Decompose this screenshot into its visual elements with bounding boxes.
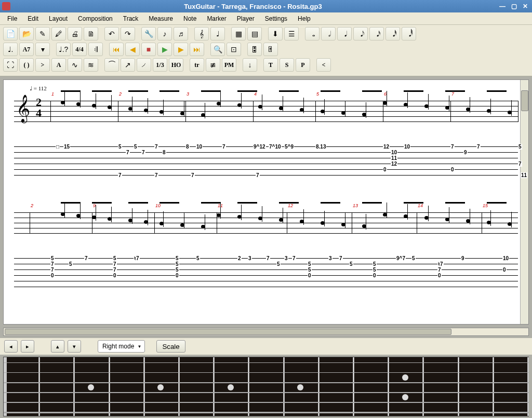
menu-settings[interactable]: Settings [260,14,292,23]
minimize-button[interactable]: — [498,2,507,11]
next-icon[interactable]: ▶ [174,43,188,56]
clef-icon[interactable]: 𝄞 [194,27,209,41]
prev-icon[interactable]: ◀ [125,43,140,56]
vibrato2-icon[interactable]: ≋ [84,58,98,72]
sixtyfourth-note-icon[interactable]: 𝅘𝅥𝅱 [402,27,416,41]
menu-track[interactable]: Track [118,14,144,23]
save-as-icon[interactable]: 🖉 [51,27,66,41]
marker-add-icon[interactable]: ⬇ [268,27,283,41]
menu-measure[interactable]: Measure [143,14,178,23]
hammer-icon[interactable]: HO [169,58,183,72]
new-file-icon[interactable]: 📄 [3,27,18,41]
vertical-scrollbar[interactable] [520,80,528,324]
vibrato-icon[interactable]: ∿ [68,58,82,72]
tuplet-icon[interactable]: 1/3 [153,58,167,72]
tie-icon[interactable]: ⁀ [104,58,119,72]
arrow-right-button[interactable]: ▸ [21,340,34,353]
last-icon[interactable]: ⏭ [190,43,204,56]
zoom-fit-icon[interactable]: ⊡ [227,43,241,56]
view1-icon[interactable]: ▦ [231,27,246,41]
menu-edit[interactable]: Edit [22,14,44,23]
bend-icon[interactable]: ↗ [121,58,135,72]
stem [111,95,112,111]
half-note-icon[interactable]: 𝅗𝅥 [321,27,336,41]
chord-name-icon[interactable]: A7 [19,43,34,56]
score-area[interactable]: ♩ = 112 𝄞 2 4 1234567 □1557577881079^127… [3,79,529,325]
tab-number: 5 [373,261,377,267]
fretboard[interactable] [3,357,529,416]
hscroll-thumb[interactable] [5,329,451,335]
tab-number: 5 [373,267,377,273]
whole-note-icon[interactable]: 𝅝 [305,27,320,41]
palm-mute-icon[interactable]: PM [222,58,236,72]
scale-button[interactable]: Scale [156,340,185,353]
menu-help[interactable]: Help [292,14,316,23]
mixer-icon[interactable]: 🎛 [247,43,262,56]
horizontal-scrollbar[interactable] [3,328,529,336]
stem [241,205,242,220]
sixteenth-note-icon[interactable]: 𝅘𝅥𝅯 [369,27,384,41]
tremolo-icon[interactable]: ≢ [206,58,220,72]
slide-icon[interactable]: ⟋ [137,58,151,72]
arrow-down-button[interactable]: ▾ [68,340,81,353]
barline [253,101,254,122]
trill-icon[interactable]: tr [190,58,204,72]
stem [96,93,96,109]
dropdown-icon[interactable]: ▾ [35,43,50,56]
mode-select[interactable]: Right mode [98,340,145,353]
voice1-icon[interactable]: ♪ [157,27,172,41]
fret [73,357,75,416]
save-icon[interactable]: ✎ [35,27,50,41]
voice2-icon[interactable]: ♬ [174,27,188,41]
menu-layout[interactable]: Layout [44,14,73,23]
arrow-up-button[interactable]: ▴ [51,340,64,353]
zoom-out-icon[interactable]: 🔍 [210,43,225,56]
undo-icon[interactable]: ↶ [104,27,119,41]
quarter-note-icon[interactable]: 𝅘𝅥 [337,27,352,41]
print-icon[interactable]: 🖨 [68,27,82,41]
print-preview-icon[interactable]: 🗎 [84,27,98,41]
paren-icon[interactable]: ( ) [19,58,34,72]
tab-number: 12 [383,144,390,150]
stop-icon[interactable]: ■ [141,43,156,56]
menu-player[interactable]: Player [232,14,260,23]
first-icon[interactable]: ⏮ [109,43,124,56]
harmonic-a-icon[interactable]: A [51,58,66,72]
less-icon[interactable]: < [316,58,331,72]
arrow-left-button[interactable]: ◂ [4,340,18,353]
maximize-button[interactable]: ▢ [509,2,518,11]
text-t-icon[interactable]: T [263,58,278,72]
menu-note[interactable]: Note [178,14,202,23]
measure-marker: 2 [31,203,33,208]
tab-number: 7 [518,161,522,167]
accent-icon[interactable]: > [35,58,50,72]
open-file-icon[interactable]: 📂 [19,27,34,41]
timesig-icon[interactable]: 4/4 [72,43,87,56]
dotted-icon[interactable]: ♩. [3,43,18,56]
close-button[interactable]: ✕ [521,2,530,11]
transport-icon[interactable]: 🎚 [263,43,278,56]
stroke-icon[interactable]: ↓ [243,58,257,72]
tab-number: □ [56,144,60,150]
tempo-icon[interactable]: ♩ [210,27,225,41]
text-p-icon[interactable]: P [296,58,310,72]
properties-icon[interactable]: 🔧 [141,27,156,41]
view2-icon[interactable]: ▤ [247,27,262,41]
menu-composition[interactable]: Composition [73,14,118,23]
repeat-icon[interactable]: 𝄇 [88,43,103,56]
tab-number: 9^12 [253,144,266,150]
fullscreen-icon[interactable]: ⛶ [3,58,18,72]
stem [80,204,81,219]
redo-icon[interactable]: ↷ [121,27,135,41]
text-s-icon[interactable]: S [280,58,294,72]
play-icon[interactable]: ▶ [157,43,172,56]
scroll-thumb[interactable] [521,90,528,111]
fret [109,357,110,416]
marker-list-icon[interactable]: ☰ [284,27,299,41]
eighth-note-icon[interactable]: 𝅘𝅥𝅮 [353,27,368,41]
menu-marker[interactable]: Marker [202,14,231,23]
stem [241,93,242,109]
thirtysecond-note-icon[interactable]: 𝅘𝅥𝅰 [385,27,400,41]
dotted2-icon[interactable]: ♩.? [56,43,71,56]
menu-file[interactable]: File [2,14,22,23]
